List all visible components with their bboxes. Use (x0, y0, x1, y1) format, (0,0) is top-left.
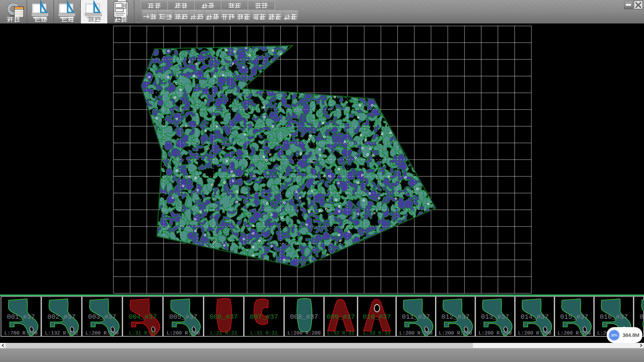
svg-text:L:32 R:31: L:32 R:31 (327, 330, 354, 336)
svg-text:L:31 R:31: L:31 R:31 (250, 330, 277, 336)
svg-text:010_#37: 010_#37 (363, 313, 391, 321)
svg-text:L:200 R:200: L:200 R:200 (167, 330, 200, 336)
svg-text:011_#37: 011_#37 (402, 313, 430, 321)
svg-text:015_#37: 015_#37 (560, 313, 588, 321)
svg-text:L:200 R:200: L:200 R:200 (557, 330, 591, 336)
svg-text:006_#37: 006_#37 (210, 313, 238, 321)
svg-text:007_#37: 007_#37 (250, 313, 278, 321)
svg-text:L:132 R:132: L:132 R:132 (45, 330, 78, 336)
svg-text:004_#37: 004_#37 (128, 313, 157, 321)
svg-text:012_#37: 012_#37 (441, 313, 470, 321)
svg-text:38%: 38% (611, 334, 618, 337)
svg-text:L:31 R:31: L:31 R:31 (129, 330, 156, 336)
svg-text:L:33 R:33: L:33 R:33 (363, 330, 390, 336)
svg-text:L:700 R:700: L:700 R:700 (4, 330, 38, 336)
svg-text:003_#37: 003_#37 (88, 313, 116, 321)
svg-text:005_#37: 005_#37 (169, 313, 197, 321)
svg-text:009_#37: 009_#37 (327, 313, 355, 321)
svg-text:L:200 R:200: L:200 R:200 (478, 330, 512, 336)
svg-text:L:200 R:200: L:200 R:200 (439, 330, 472, 336)
svg-text:016_#37: 016_#37 (600, 313, 628, 321)
svg-text:384.8M: 384.8M (623, 332, 639, 338)
svg-text:013_#37: 013_#37 (481, 313, 509, 321)
svg-text:014_#37: 014_#37 (521, 313, 549, 321)
svg-text:L:200 R:200: L:200 R:200 (86, 330, 119, 336)
svg-text:L:21 R:21: L:21 R:21 (210, 330, 237, 336)
svg-text:0: 0 (640, 313, 644, 321)
svg-text:L:200 R:200: L:200 R:200 (518, 330, 551, 336)
svg-text:002_#37: 002_#37 (47, 313, 75, 321)
svg-text:008_#37: 008_#37 (290, 313, 318, 321)
svg-text:L:200 R:200: L:200 R:200 (287, 330, 321, 336)
svg-text:L:200 R:200: L:200 R:200 (399, 330, 432, 336)
svg-text:001_#37: 001_#37 (7, 313, 35, 321)
